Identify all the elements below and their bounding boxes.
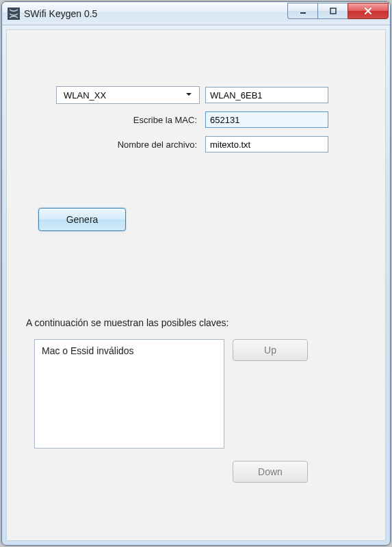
down-button[interactable]: Down xyxy=(233,461,308,483)
ssid-input[interactable] xyxy=(205,87,328,103)
window-controls xyxy=(287,3,389,19)
window-title: SWifi Keygen 0.5 xyxy=(24,8,287,19)
client-area: WLAN_XX Escribe la MAC: Nomb xyxy=(6,29,386,541)
titlebar[interactable]: SWifi Keygen 0.5 xyxy=(2,2,390,25)
network-type-dropdown[interactable]: WLAN_XX xyxy=(56,86,200,104)
filename-input[interactable] xyxy=(205,136,328,152)
minimize-button[interactable] xyxy=(287,3,317,19)
results-heading: A continuación se muestran las posibles … xyxy=(26,317,229,328)
dropdown-value: WLAN_XX xyxy=(64,90,183,101)
chevron-down-icon xyxy=(183,90,195,101)
svg-rect-2 xyxy=(330,8,336,14)
app-window: SWifi Keygen 0.5 WLAN_XX xyxy=(1,1,391,546)
form-area: WLAN_XX Escribe la MAC: Nomb xyxy=(7,85,385,159)
close-button[interactable] xyxy=(348,3,389,19)
results-listbox[interactable]: Mac o Essid inválidos xyxy=(34,339,224,449)
up-button[interactable]: Up xyxy=(233,339,308,361)
generate-button[interactable]: Genera xyxy=(38,208,126,231)
app-icon xyxy=(8,8,20,20)
maximize-button[interactable] xyxy=(317,3,348,19)
mac-label: Escribe la MAC: xyxy=(7,115,205,125)
svg-rect-0 xyxy=(8,8,20,20)
file-label: Nombre del archivo: xyxy=(7,139,205,150)
results-message: Mac o Essid inválidos xyxy=(42,345,217,356)
mac-input[interactable] xyxy=(205,111,328,128)
